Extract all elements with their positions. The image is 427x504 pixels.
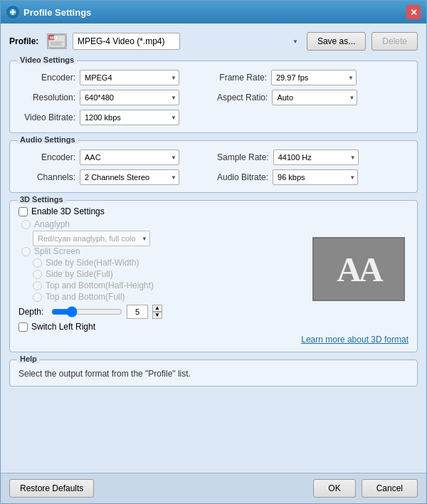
video-bitrate-row: Video Bitrate: 1200 kbps	[19, 110, 210, 125]
resolution-row: Resolution: 640*480	[19, 90, 210, 105]
3d-settings-section: 3D Settings Enable 3D Settings Anaglyph	[9, 200, 418, 352]
help-section: Help Select the output format from the "…	[9, 359, 418, 387]
audio-encoder-label: Encoder:	[19, 152, 75, 162]
split-option-4-label: Top and Bottom(Full)	[46, 292, 125, 302]
video-bitrate-select-wrapper: 1200 kbps	[80, 110, 179, 125]
depth-slider[interactable]	[51, 306, 122, 317]
learn-more-link[interactable]: Learn more about 3D format	[301, 335, 408, 345]
enable-3d-label: Enable 3D Settings	[31, 206, 105, 216]
audio-encoder-select-wrapper: AAC	[80, 149, 179, 165]
anaglyph-row: Anaglyph	[21, 219, 302, 229]
split-option-4-radio[interactable]	[33, 293, 42, 302]
switch-left-right-row: Switch Left Right	[19, 322, 302, 332]
help-text: Select the output format from the "Profi…	[19, 369, 408, 379]
restore-defaults-button[interactable]: Restore Defaults	[9, 479, 94, 498]
profile-label: Profile:	[9, 36, 41, 46]
svg-text:MP4: MP4	[50, 36, 58, 40]
title-bar: Profile Settings ✕	[1, 1, 426, 23]
channels-select[interactable]: 2 Channels Stereo	[80, 169, 179, 185]
3d-left-panel: Enable 3D Settings Anaglyph Red/cyan ana…	[19, 206, 302, 332]
video-bitrate-label: Video Bitrate:	[19, 112, 75, 122]
encoder-select-wrapper: MPEG4	[80, 70, 179, 85]
3d-preview-text: AA	[337, 250, 380, 289]
depth-input[interactable]	[127, 305, 148, 319]
depth-spinner: ▲ ▼	[152, 305, 162, 319]
encoder-select[interactable]: MPEG4	[80, 70, 179, 85]
cancel-button[interactable]: Cancel	[362, 479, 418, 498]
aspect-ratio-select-wrapper: Auto	[272, 90, 357, 105]
anaglyph-option-select[interactable]: Red/cyan anaglyph, full color	[33, 231, 150, 246]
resolution-select-wrapper: 640*480	[80, 90, 179, 105]
resolution-label: Resolution:	[19, 93, 75, 103]
sample-rate-select[interactable]: 44100 Hz	[273, 149, 359, 165]
profile-select[interactable]: MPEG-4 Video (*.mp4)	[73, 33, 180, 50]
framerate-select[interactable]: 29.97 fps	[271, 70, 357, 85]
video-bitrate-select[interactable]: 1200 kbps	[80, 110, 179, 125]
aspect-ratio-select[interactable]: Auto	[272, 90, 357, 105]
split-screen-options: Side by Side(Half-Width) Side by Side(Fu…	[19, 258, 302, 302]
anaglyph-option-row: Red/cyan anaglyph, full color	[33, 231, 302, 246]
split-option-1-label: Side by Side(Half-Width)	[46, 258, 139, 268]
depth-up-button[interactable]: ▲	[152, 305, 162, 312]
video-settings-title: Video Settings	[17, 56, 77, 64]
encoder-label: Encoder:	[19, 73, 75, 83]
close-button[interactable]: ✕	[406, 5, 421, 19]
depth-down-button[interactable]: ▼	[152, 312, 162, 319]
resolution-select[interactable]: 640*480	[80, 90, 179, 105]
sample-rate-label: Sample Rate:	[217, 152, 269, 162]
anaglyph-radio[interactable]	[21, 220, 31, 229]
enable-3d-row: Enable 3D Settings	[19, 206, 302, 216]
video-settings-section: Video Settings Encoder: MPEG4 Frame Rate…	[9, 61, 418, 133]
split-option-1-radio[interactable]	[33, 258, 42, 268]
framerate-label: Frame Rate:	[217, 73, 267, 83]
audio-settings-title: Audio Settings	[17, 135, 78, 144]
audio-bitrate-label: Audio Bitrate:	[217, 172, 268, 182]
depth-row: Depth: ▲ ▼	[19, 305, 302, 319]
ok-button[interactable]: OK	[313, 479, 355, 498]
audio-bitrate-select[interactable]: 96 kbps	[273, 169, 358, 185]
sample-rate-select-wrapper: 44100 Hz	[273, 149, 359, 165]
profile-settings-window: Profile Settings ✕ Profile: MP4 MPEG-4 V…	[0, 0, 427, 504]
help-title: Help	[17, 355, 40, 363]
switch-left-right-label: Switch Left Right	[31, 322, 95, 332]
enable-3d-checkbox[interactable]	[19, 207, 28, 216]
save-as-button[interactable]: Save as...	[307, 32, 366, 51]
audio-settings-section: Audio Settings Encoder: AAC Sample Rate:…	[9, 140, 418, 193]
channels-row: Channels: 2 Channels Stereo	[19, 169, 210, 185]
learn-more-row: Learn more about 3D format	[19, 335, 408, 345]
split-option-3-label: Top and Bottom(Half-Height)	[46, 280, 154, 290]
framerate-select-wrapper: 29.97 fps	[271, 70, 357, 85]
anaglyph-option-wrapper: Red/cyan anaglyph, full color	[33, 231, 150, 246]
window-title: Profile Settings	[23, 7, 406, 18]
profile-file-icon: MP4	[47, 33, 67, 49]
3d-settings-title: 3D Settings	[17, 195, 66, 204]
anaglyph-label: Anaglyph	[34, 219, 70, 229]
split-screen-row: Split Screen	[21, 246, 302, 256]
audio-bitrate-select-wrapper: 96 kbps	[273, 169, 358, 185]
depth-label: Depth:	[19, 307, 47, 317]
split-option-3-radio[interactable]	[33, 281, 42, 290]
aspect-ratio-row: Aspect Ratio: Auto	[217, 90, 408, 105]
audio-settings-grid: Encoder: AAC Sample Rate: 44100 Hz	[19, 149, 408, 185]
delete-button[interactable]: Delete	[371, 32, 418, 51]
channels-label: Channels:	[19, 172, 75, 182]
footer: Restore Defaults OK Cancel	[1, 473, 426, 503]
split-option-2-radio[interactable]	[33, 270, 42, 279]
3d-content: Enable 3D Settings Anaglyph Red/cyan ana…	[19, 206, 408, 332]
switch-left-right-checkbox[interactable]	[19, 322, 28, 332]
channels-select-wrapper: 2 Channels Stereo	[80, 169, 179, 185]
split-option-2-label: Side by Side(Full)	[46, 269, 113, 279]
window-icon	[6, 6, 19, 19]
encoder-row: Encoder: MPEG4	[19, 70, 210, 85]
profile-select-wrapper: MPEG-4 Video (*.mp4)	[73, 33, 301, 50]
main-content: Profile: MP4 MPEG-4 Video (*.mp4) Save a…	[1, 23, 426, 473]
split-option-2-row: Side by Side(Full)	[33, 269, 302, 279]
framerate-row: Frame Rate: 29.97 fps	[217, 70, 408, 85]
split-option-1-row: Side by Side(Half-Width)	[33, 258, 302, 268]
video-settings-grid: Encoder: MPEG4 Frame Rate: 29.97 fps	[19, 70, 408, 125]
split-option-3-row: Top and Bottom(Half-Height)	[33, 280, 302, 290]
split-screen-radio[interactable]	[21, 247, 31, 256]
audio-encoder-select[interactable]: AAC	[80, 149, 179, 165]
audio-encoder-row: Encoder: AAC	[19, 149, 210, 165]
sample-rate-row: Sample Rate: 44100 Hz	[217, 149, 408, 165]
